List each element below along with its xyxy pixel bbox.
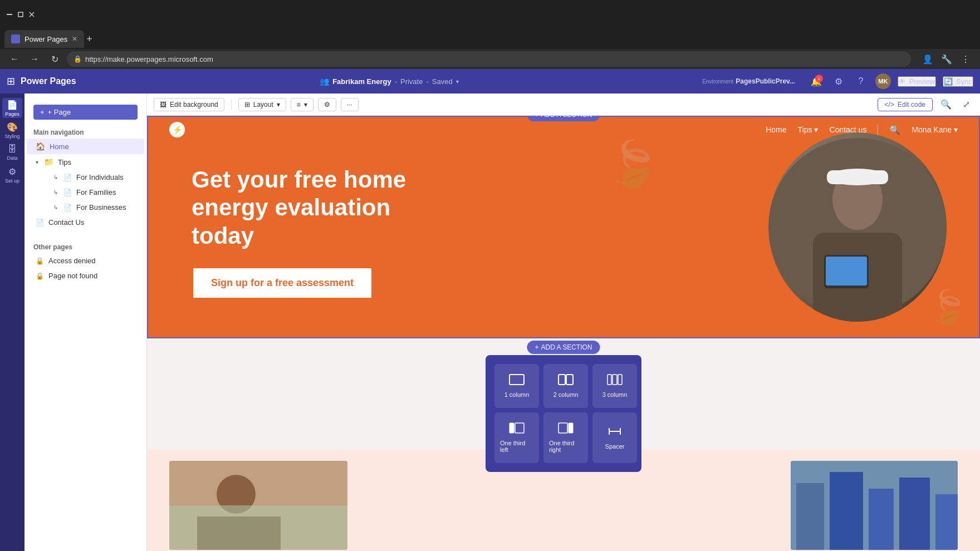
maximize-btn[interactable] [17,11,24,18]
sidebar-item-setup[interactable]: ⚙ Set up [2,165,22,185]
add-page-btn[interactable]: + + Page [33,105,138,120]
settings-icon[interactable]: ⚙ [831,73,846,89]
sub-item-indent-icon3: ↳ [53,204,58,210]
below-hero-center [359,461,780,550]
align-btn[interactable]: ≡ ▾ [291,98,313,111]
nav-item-for-individuals[interactable]: ↳ 📄 For Individuals [27,170,144,185]
env-badge: Environment PagesPublicPrev... [702,77,795,85]
site-chevron-icon[interactable]: ▾ [456,78,459,85]
help-icon[interactable]: ? [853,73,869,89]
nav-item-access-denied[interactable]: 🔒 Access denied [27,253,144,268]
back-btn[interactable]: ← [7,51,22,67]
zoom-out-btn[interactable]: 🔍 [937,98,955,111]
hero-cta-btn[interactable]: Sign up for a free assessment [192,267,373,299]
user-chevron-icon: ▾ [954,125,958,134]
canvas-nav-contact-us[interactable]: Contact us [829,125,866,134]
layout-popup: 1 column 2 column [486,355,641,472]
new-tab-btn[interactable]: + [86,33,92,45]
settings-btn[interactable]: ⚙ [318,98,336,111]
sidebar-item-pages[interactable]: 📄 Pages [2,98,22,118]
avatar[interactable]: MK [875,73,891,89]
layout-spacer[interactable]: Spacer [592,412,637,463]
data-icon: 🗄 [8,144,17,154]
nav-item-tips[interactable]: ▾ 📁 Tips [27,154,144,170]
layout-third-left[interactable]: One third left [494,412,539,463]
sidebar-item-styling[interactable]: 🎨 Styling [2,120,22,140]
search-icon[interactable]: 🔍 [889,125,900,135]
sync-btn[interactable]: 🔄 Sync [943,76,973,87]
hero-section: ⚡ Home Tips ▾ Contact us [147,116,980,338]
sidebar-item-data[interactable]: 🗄 Data [2,142,22,163]
more-options-btn[interactable]: ··· [341,98,359,111]
more-dots-icon: ··· [347,101,352,109]
notif-badge: 1 [815,75,823,82]
svg-rect-27 [169,505,347,550]
align-icon: ≡ [297,101,301,109]
window-controls[interactable] [6,11,36,18]
sidebar-setup-label: Set up [5,178,19,184]
canvas-nav-home[interactable]: Home [766,125,786,134]
edit-code-btn[interactable]: </> Edit code [878,98,933,111]
canvas-area: 🖼 Edit background ⊞ Layout ▾ ≡ ▾ ⚙ ··· [147,94,980,551]
browser-extensions-btn[interactable]: 🔧 [939,51,954,67]
sidebar-pages-label: Pages [5,111,19,117]
svg-rect-32 [899,478,930,550]
layout-1col[interactable]: 1 column [494,364,539,408]
hero-person-image [768,132,947,322]
layout-2col[interactable]: 2 column [543,364,588,408]
grid-icon[interactable]: ⊞ [7,75,15,87]
layout-third-right[interactable]: One third right [543,412,588,463]
expand-btn[interactable]: ⤢ [959,98,973,111]
edit-bg-icon: 🖼 [160,101,166,109]
other-pages-title: Other pages [24,239,146,253]
svg-rect-14 [607,375,611,385]
sidebar-item-more[interactable]: ··· [2,547,22,551]
nav-item-home[interactable]: 🏠 Home [27,139,144,154]
layout-chevron-icon: ▾ [277,101,280,109]
preview-btn[interactable]: 👁 Preview [898,76,936,87]
icon-sidebar: 📄 Pages 🎨 Styling 🗄 Data ⚙ Set up ··· [0,94,24,551]
browser-profile-btn[interactable]: 👤 [920,51,935,67]
hero-content: Get your free home energy evaluation tod… [147,121,481,333]
add-page-plus-icon: + [40,108,45,116]
browser-actions: 👤 🔧 ⋮ [920,51,973,67]
svg-rect-15 [612,375,617,385]
canvas-nav-user[interactable]: Mona Kane ▾ [912,125,958,134]
tab-favicon [11,35,20,43]
add-section-top-btn[interactable]: + ADD A SECTION [527,116,600,121]
nav-item-page-not-found[interactable]: 🔒 Page not found [27,268,144,283]
code-icon: </> [885,101,894,109]
svg-rect-13 [566,375,573,385]
close-btn[interactable] [28,11,36,18]
nav-item-for-businesses[interactable]: ↳ 📄 For Businesses [27,200,144,215]
add-section-bottom-btn[interactable]: + ADD A SECTION [527,341,600,354]
toolbar-sep1 [231,99,232,110]
tab-title: Power Pages [24,35,67,43]
hero-section-wrapper: + ADD A SECTION ⚡ [147,116,980,361]
site-private: Private [400,77,423,86]
url-bar[interactable]: 🔒 https://make.powerpages.microsoft.com [67,51,911,67]
layout-btn[interactable]: ⊞ Layout ▾ [238,98,286,111]
home-page-icon: 🏠 [36,142,45,151]
nav-item-for-families[interactable]: ↳ 📄 For Families [27,185,144,200]
contact-us-page-icon: 📄 [36,219,44,227]
nav-item-contact-us[interactable]: 📄 Contact Us [27,215,144,230]
notification-btn[interactable]: 🔔 1 [808,73,824,89]
browser-tab-active[interactable]: Power Pages ✕ [4,30,84,48]
sub-item-indent-icon2: ↳ [53,189,58,195]
svg-rect-11 [509,375,524,385]
layout-3col[interactable]: 3 column [592,364,637,408]
forward-btn[interactable]: → [27,51,42,67]
svg-rect-12 [558,375,565,385]
nav-panel: + + Page Main navigation 🏠 Home ▾ 📁 Tips… [24,94,147,551]
edit-background-btn[interactable]: 🖼 Edit background [154,98,224,111]
reload-btn[interactable]: ↻ [47,51,62,67]
tab-close-icon[interactable]: ✕ [72,35,77,43]
canvas-nav-tips[interactable]: Tips ▾ [798,125,819,134]
minimize-btn[interactable] [6,11,13,18]
1col-icon [509,374,525,388]
browser-menu-btn[interactable]: ⋮ [958,51,973,67]
toolbar-right: </> Edit code 🔍 ⤢ [878,98,973,111]
for-families-page-icon: 📄 [63,189,72,196]
logo-circle: ⚡ [169,122,185,137]
